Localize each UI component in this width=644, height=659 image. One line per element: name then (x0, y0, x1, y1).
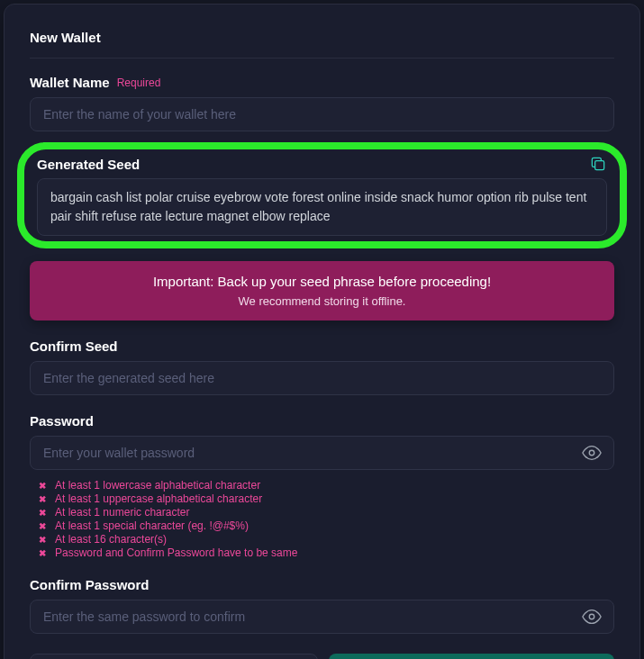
svg-rect-0 (595, 161, 604, 170)
password-rules: ✖At least 1 lowercase alphabetical chara… (30, 479, 614, 559)
new-wallet-panel: New Wallet Wallet Name Required Generate… (4, 4, 640, 659)
x-icon: ✖ (39, 521, 46, 531)
warning-box: Important: Back up your seed phrase befo… (30, 261, 614, 320)
x-icon: ✖ (39, 548, 46, 558)
rule-text: At least 1 lowercase alphabetical charac… (55, 479, 260, 492)
back-button[interactable]: BACK (30, 654, 318, 659)
confirm-password-input-wrapper (30, 600, 614, 634)
generated-seed-section: Generated Seed bargain cash list polar c… (30, 148, 614, 243)
confirm-password-section: Confirm Password (30, 577, 614, 634)
rule-text: Password and Confirm Password have to be… (55, 546, 297, 559)
panel-title: New Wallet (30, 30, 614, 45)
password-label: Password (30, 413, 614, 429)
password-rule: ✖At least 1 numeric character (39, 506, 614, 519)
svg-point-1 (589, 450, 594, 456)
password-rule: ✖At least 1 uppercase alphabetical chara… (39, 492, 614, 505)
confirm-seed-label: Confirm Seed (30, 339, 614, 354)
wallet-name-section: Wallet Name Required (30, 75, 614, 131)
rule-text: At least 1 special character (eg. !@#$%) (55, 519, 249, 532)
button-row: BACK CONTINUE (30, 654, 614, 659)
required-tag: Required (117, 77, 161, 89)
copy-icon[interactable] (589, 155, 607, 173)
password-section: Password ✖At least 1 lowercase alphabeti… (30, 413, 614, 559)
rule-text: At least 16 character(s) (55, 533, 167, 546)
confirm-password-label: Confirm Password (30, 577, 614, 592)
password-rule: ✖At least 1 lowercase alphabetical chara… (39, 479, 614, 492)
password-input[interactable] (30, 436, 614, 470)
continue-button[interactable]: CONTINUE (329, 654, 615, 659)
generated-seed-label: Generated Seed (37, 157, 140, 172)
eye-icon[interactable] (582, 443, 602, 463)
x-icon: ✖ (39, 494, 46, 504)
x-icon: ✖ (39, 481, 46, 491)
wallet-name-label: Wallet Name (30, 75, 110, 90)
svg-point-2 (589, 614, 594, 619)
wallet-name-label-row: Wallet Name Required (30, 75, 614, 90)
divider (30, 58, 614, 59)
x-icon: ✖ (39, 508, 46, 518)
warning-subtitle: We recommend storing it offline. (44, 294, 600, 308)
confirm-seed-section: Confirm Seed (30, 339, 614, 395)
rule-text: At least 1 uppercase alphabetical charac… (55, 492, 262, 505)
seed-phrase-box: bargain cash list polar cruise eyebrow v… (37, 178, 607, 236)
password-rule: ✖At least 16 character(s) (39, 533, 614, 546)
x-icon: ✖ (39, 535, 46, 545)
eye-icon[interactable] (582, 607, 602, 627)
seed-header: Generated Seed (37, 155, 607, 173)
wallet-name-input[interactable] (30, 97, 614, 131)
password-rule: ✖At least 1 special character (eg. !@#$%… (39, 519, 614, 532)
confirm-seed-input[interactable] (30, 361, 614, 395)
confirm-password-input[interactable] (30, 600, 614, 634)
password-input-wrapper (30, 436, 614, 470)
password-rule: ✖Password and Confirm Password have to b… (39, 546, 614, 559)
rule-text: At least 1 numeric character (55, 506, 189, 519)
warning-title: Important: Back up your seed phrase befo… (44, 274, 600, 289)
